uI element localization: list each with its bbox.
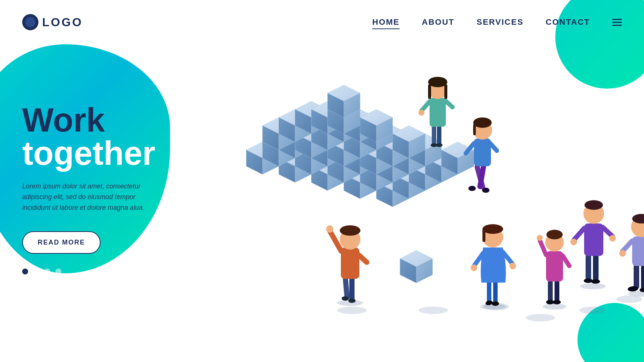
- hero-title-together: together: [22, 135, 155, 172]
- svg-line-198: [623, 241, 632, 251]
- svg-line-142: [359, 255, 367, 262]
- svg-rect-194: [641, 264, 644, 290]
- svg-point-149: [436, 143, 443, 147]
- svg-point-183: [584, 279, 593, 283]
- svg-point-139: [348, 298, 356, 303]
- svg-point-160: [468, 186, 476, 191]
- svg-point-166: [473, 117, 492, 128]
- svg-rect-167: [473, 124, 476, 135]
- svg-point-176: [509, 263, 516, 269]
- svg-line-186: [574, 228, 584, 240]
- svg-rect-140: [341, 247, 359, 279]
- svg-point-132: [526, 314, 555, 321]
- svg-point-208: [553, 300, 561, 304]
- read-more-button[interactable]: READ MORE: [22, 231, 101, 254]
- svg-rect-136: [343, 277, 350, 299]
- illustration-svg: Cube positions rendered below cols 0-5, …: [237, 30, 644, 355]
- dot-2[interactable]: [33, 269, 39, 274]
- svg-rect-169: [487, 281, 491, 303]
- dot-4[interactable]: [55, 269, 61, 274]
- svg-point-145: [340, 225, 360, 236]
- svg-point-143: [326, 225, 333, 233]
- logo-icon: [22, 14, 38, 30]
- hero-subtitle: Lorem ipsum dolor sit amet, consectetur …: [22, 181, 163, 213]
- nav-item-contact[interactable]: CONTACT: [546, 17, 590, 27]
- header: LOGO HOME ABOUT SERVICES CONTACT: [0, 0, 644, 44]
- svg-point-130: [418, 307, 448, 314]
- svg-point-153: [418, 110, 424, 116]
- svg-point-191: [584, 200, 603, 210]
- svg-point-133: [579, 307, 605, 314]
- svg-line-164: [490, 143, 497, 151]
- hamburger-menu-icon[interactable]: [612, 19, 622, 26]
- svg-rect-182: [593, 254, 599, 282]
- svg-line-151: [421, 102, 430, 111]
- svg-point-188: [570, 239, 577, 245]
- svg-rect-193: [634, 264, 639, 289]
- nav-item-services[interactable]: SERVICES: [477, 17, 523, 27]
- svg-point-211: [537, 235, 543, 241]
- svg-rect-170: [493, 281, 498, 304]
- svg-rect-137: [349, 277, 355, 301]
- carousel-dots: [22, 269, 163, 274]
- svg-line-187: [603, 227, 613, 236]
- hero-title-work: Work: [22, 102, 105, 139]
- nav-item-about[interactable]: ABOUT: [422, 17, 454, 27]
- svg-line-210: [540, 240, 546, 255]
- svg-rect-185: [584, 223, 603, 256]
- svg-point-189: [609, 235, 616, 242]
- logo-area: LOGO: [22, 14, 83, 30]
- svg-rect-146: [432, 126, 436, 146]
- hero-title: Work together: [22, 103, 163, 170]
- svg-line-141: [330, 231, 341, 251]
- svg-point-138: [342, 296, 349, 301]
- svg-rect-157: [444, 84, 447, 99]
- svg-rect-147: [437, 126, 441, 146]
- svg-point-184: [591, 279, 600, 284]
- dot-3[interactable]: [44, 269, 50, 274]
- svg-point-175: [471, 264, 477, 271]
- svg-rect-205: [548, 280, 553, 303]
- svg-rect-156: [428, 84, 431, 99]
- dot-1[interactable]: [22, 269, 28, 274]
- nav-item-home[interactable]: HOME: [372, 17, 400, 27]
- svg-rect-181: [586, 254, 591, 282]
- svg-rect-150: [430, 98, 446, 127]
- svg-point-200: [619, 250, 626, 257]
- svg-rect-179: [482, 229, 485, 242]
- svg-point-178: [482, 224, 503, 234]
- hero-content: Work together Lorem ipsum dolor sit amet…: [22, 103, 163, 274]
- nav: HOME ABOUT SERVICES CONTACT: [372, 17, 622, 27]
- svg-point-134: [616, 296, 642, 303]
- svg-line-212: [563, 256, 569, 266]
- hero-illustration: Cube positions rendered below cols 0-5, …: [237, 30, 644, 355]
- svg-rect-206: [555, 280, 559, 303]
- svg-point-129: [337, 307, 367, 314]
- svg-point-161: [482, 188, 489, 193]
- svg-point-204: [543, 304, 566, 310]
- logo-text: LOGO: [42, 16, 83, 29]
- svg-point-172: [492, 301, 499, 306]
- svg-point-214: [546, 230, 563, 239]
- svg-line-152: [445, 100, 453, 107]
- svg-point-180: [580, 283, 606, 289]
